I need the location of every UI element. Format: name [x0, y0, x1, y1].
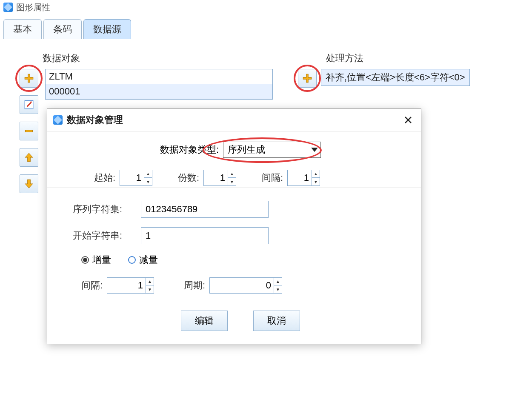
spinner-buttons[interactable]: ▲▼: [228, 170, 236, 185]
period-input[interactable]: [210, 278, 274, 293]
spin-up-icon[interactable]: ▲: [146, 278, 154, 285]
plus-icon: [23, 73, 34, 84]
spin-up-icon[interactable]: ▲: [274, 278, 282, 285]
data-object-tools: [17, 69, 41, 193]
charset-label: 序列字符集:: [73, 203, 137, 216]
spin-down-icon[interactable]: ▼: [144, 178, 152, 185]
interval-label: 间隔:: [257, 171, 283, 184]
startstr-input[interactable]: [141, 227, 269, 244]
close-button[interactable]: [401, 113, 415, 127]
edit-button[interactable]: 编辑: [181, 311, 228, 331]
spin-up-icon[interactable]: ▲: [144, 170, 152, 178]
charset-input[interactable]: [141, 201, 269, 218]
type-value: 序列生成: [228, 143, 308, 156]
period-label: 周期:: [175, 279, 205, 292]
app-icon: [3, 3, 13, 12]
spin-down-icon[interactable]: ▼: [146, 285, 154, 293]
window-titlebar: 图形属性: [0, 0, 532, 14]
spinner-buttons[interactable]: ▲▼: [312, 170, 320, 185]
spinner-buttons[interactable]: ▲▼: [274, 278, 282, 293]
type-row: 数据对象类型: 序列生成: [73, 142, 408, 158]
copies-label: 份数:: [174, 171, 199, 184]
minus-icon: [23, 125, 34, 137]
spinner-buttons[interactable]: ▲▼: [146, 278, 154, 293]
copies-spinner[interactable]: ▲▼: [203, 170, 236, 186]
list-item[interactable]: 000001: [46, 84, 272, 99]
spin-down-icon[interactable]: ▼: [312, 178, 320, 185]
spin-down-icon[interactable]: ▼: [228, 178, 236, 185]
processing-method-list[interactable]: 补齐,位置<左端>长度<6>字符<0>: [321, 69, 470, 86]
tab-datasource[interactable]: 数据源: [83, 19, 131, 39]
tabs: 基本 条码 数据源: [0, 19, 532, 39]
tab-basic[interactable]: 基本: [3, 19, 42, 39]
interval2-label: 间隔:: [73, 279, 103, 292]
data-object-title: 数据对象: [43, 52, 281, 65]
type-label: 数据对象类型:: [160, 143, 219, 156]
remove-button[interactable]: [20, 122, 38, 140]
start-label: 起始:: [90, 171, 115, 184]
spin-up-icon[interactable]: ▲: [312, 170, 320, 178]
processing-method-title: 处理方法: [326, 52, 470, 65]
dialog-title: 数据对象管理: [67, 114, 401, 126]
radio-decrement[interactable]: 减量: [128, 254, 158, 266]
move-down-button[interactable]: [20, 174, 38, 193]
spinner-buttons[interactable]: ▲▼: [144, 170, 152, 185]
move-up-button[interactable]: [20, 148, 38, 167]
startstr-label: 开始字符串:: [73, 229, 137, 242]
cancel-button[interactable]: 取消: [253, 311, 300, 331]
interval-input[interactable]: [288, 171, 312, 185]
divider: [47, 188, 421, 188]
interval-spinner[interactable]: ▲▼: [287, 170, 320, 186]
direction-radio-group: 增量 减量: [81, 254, 408, 266]
data-object-list[interactable]: ZLTM 000001: [45, 69, 273, 100]
svg-rect-2: [25, 130, 32, 132]
proc-add-button[interactable]: [298, 69, 317, 88]
interval-period-row: 间隔: ▲▼ 周期: ▲▼: [73, 277, 408, 294]
pencil-icon: [23, 99, 34, 110]
interval2-input[interactable]: [107, 278, 146, 293]
list-item[interactable]: 补齐,位置<左端>长度<6>字符<0>: [321, 69, 469, 86]
charset-row: 序列字符集:: [73, 201, 408, 218]
dialog-buttons: 编辑 取消: [73, 311, 408, 331]
radio-increment[interactable]: 增量: [81, 254, 111, 266]
start-input[interactable]: [120, 171, 144, 185]
dialog-titlebar: 数据对象管理: [47, 109, 421, 131]
radio-decrement-label: 减量: [139, 254, 158, 266]
radio-dot-icon: [128, 256, 136, 264]
spin-down-icon[interactable]: ▼: [274, 285, 282, 293]
data-object-manage-dialog: 数据对象管理 数据对象类型: 序列生成 起始: ▲▼ 份数:: [47, 108, 421, 344]
numeric-params-row: 起始: ▲▼ 份数: ▲▼ 间隔: ▲▼: [90, 170, 408, 186]
arrow-up-icon: [23, 152, 34, 163]
start-spinner[interactable]: ▲▼: [120, 170, 152, 186]
copies-input[interactable]: [204, 171, 228, 185]
startstr-row: 开始字符串:: [73, 227, 408, 244]
plus-icon: [302, 73, 313, 84]
period-spinner[interactable]: ▲▼: [209, 277, 282, 294]
list-item[interactable]: ZLTM: [46, 69, 272, 84]
window-title: 图形属性: [16, 2, 50, 13]
radio-increment-label: 增量: [92, 254, 111, 266]
arrow-down-icon: [23, 178, 34, 189]
interval2-spinner[interactable]: ▲▼: [107, 277, 154, 294]
tab-barcode[interactable]: 条码: [43, 19, 82, 39]
add-button[interactable]: [20, 69, 38, 88]
close-icon: [404, 116, 412, 124]
radio-dot-icon: [81, 256, 89, 264]
spin-up-icon[interactable]: ▲: [228, 170, 236, 178]
app-icon: [53, 115, 63, 125]
chevron-down-icon: [311, 148, 318, 152]
edit-button[interactable]: [20, 95, 38, 114]
type-select[interactable]: 序列生成: [223, 142, 321, 158]
